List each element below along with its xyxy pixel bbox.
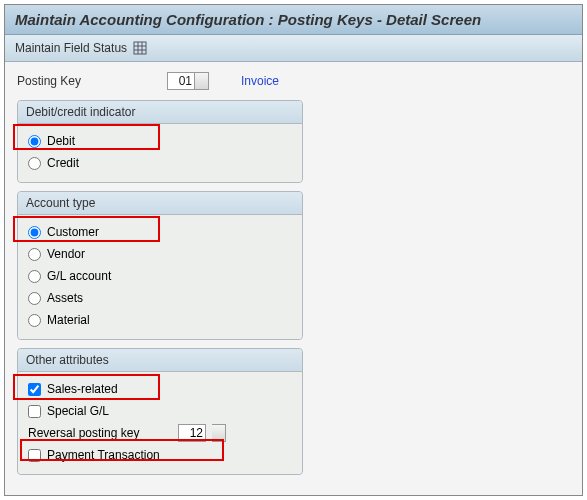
customer-label: Customer <box>47 225 99 239</box>
assets-radio[interactable] <box>28 292 41 305</box>
account-type-title: Account type <box>18 192 302 215</box>
material-label: Material <box>47 313 90 327</box>
reversal-posting-key-input[interactable] <box>178 424 206 442</box>
posting-key-label: Posting Key <box>17 74 167 88</box>
payment-transaction-label: Payment Transaction <box>47 448 160 462</box>
sales-related-label: Sales-related <box>47 382 118 396</box>
gl-account-radio[interactable] <box>28 270 41 283</box>
maintain-field-status-button[interactable]: Maintain Field Status <box>15 41 127 55</box>
credit-radio[interactable] <box>28 157 41 170</box>
svg-rect-0 <box>134 42 146 54</box>
other-attributes-group: Other attributes Sales-related Special G… <box>17 348 303 475</box>
debit-radio[interactable] <box>28 135 41 148</box>
debit-credit-group: Debit/credit indicator Debit Credit <box>17 100 303 183</box>
customer-radio[interactable] <box>28 226 41 239</box>
posting-key-input[interactable] <box>167 72 195 90</box>
payment-transaction-checkbox[interactable] <box>28 449 41 462</box>
material-radio[interactable] <box>28 314 41 327</box>
field-status-icon[interactable] <box>133 41 147 55</box>
reversal-posting-key-label: Reversal posting key <box>28 426 172 440</box>
account-type-group: Account type Customer Vendor G/L account… <box>17 191 303 340</box>
gl-account-label: G/L account <box>47 269 111 283</box>
posting-key-description: Invoice <box>241 74 279 88</box>
debit-credit-title: Debit/credit indicator <box>18 101 302 124</box>
toolbar: Maintain Field Status <box>5 35 582 62</box>
other-attributes-title: Other attributes <box>18 349 302 372</box>
vendor-radio[interactable] <box>28 248 41 261</box>
reversal-posting-key-search-help[interactable] <box>212 424 226 442</box>
posting-key-row: Posting Key Invoice <box>11 72 576 90</box>
special-gl-checkbox[interactable] <box>28 405 41 418</box>
credit-label: Credit <box>47 156 79 170</box>
debit-label: Debit <box>47 134 75 148</box>
assets-label: Assets <box>47 291 83 305</box>
posting-key-search-help[interactable] <box>195 72 209 90</box>
window-title: Maintain Accounting Configuration : Post… <box>5 5 582 35</box>
special-gl-label: Special G/L <box>47 404 109 418</box>
vendor-label: Vendor <box>47 247 85 261</box>
sales-related-checkbox[interactable] <box>28 383 41 396</box>
